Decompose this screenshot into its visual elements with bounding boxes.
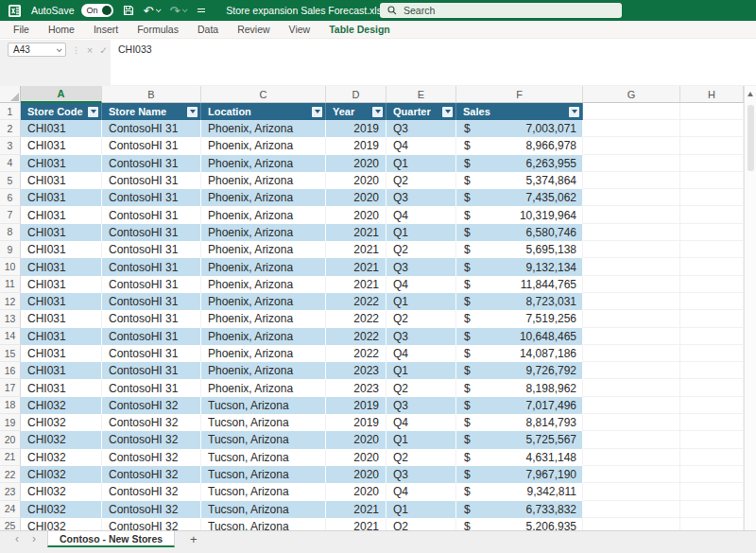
row-number[interactable]: 7 (0, 206, 21, 223)
cell-store-name[interactable]: ContosoHI 32 (102, 483, 201, 500)
row-number[interactable]: 16 (0, 362, 21, 379)
cell-sales[interactable]: $9,132,134 (456, 258, 583, 275)
cell-location[interactable]: Tucson, Arizona (201, 483, 326, 500)
row-number[interactable]: 18 (0, 397, 21, 414)
cell-store-name[interactable]: ContosoHI 31 (102, 224, 201, 241)
row-number[interactable]: 5 (0, 172, 21, 189)
empty-cell[interactable] (680, 310, 744, 327)
cell-store-code[interactable]: CHI031 (21, 224, 102, 241)
cell-quarter[interactable]: Q4 (387, 483, 456, 500)
cell-quarter[interactable]: Q1 (387, 293, 456, 310)
cell-year[interactable]: 2020 (326, 189, 387, 206)
empty-cell[interactable] (680, 172, 744, 189)
cell-quarter[interactable]: Q2 (387, 310, 456, 327)
vertical-scrollbar[interactable] (744, 86, 756, 530)
cell-year[interactable]: 2022 (326, 345, 387, 362)
autosave-toggle[interactable]: On (81, 4, 113, 17)
cell-store-code[interactable]: CHI031 (21, 345, 102, 362)
table-header-quarter[interactable]: Quarter (387, 103, 456, 120)
empty-cell[interactable] (583, 206, 680, 223)
sheet-tab-active[interactable]: Contoso - New Stores (47, 531, 175, 547)
cell-year[interactable]: 2021 (326, 258, 387, 275)
cell-store-code[interactable]: CHI031 (21, 241, 102, 258)
cell-store-name[interactable]: ContosoHI 31 (102, 137, 201, 154)
cell-location[interactable]: Phoenix, Arizona (201, 328, 326, 345)
empty-cell[interactable] (583, 466, 680, 483)
empty-cell[interactable] (583, 293, 680, 310)
empty-cell[interactable] (583, 431, 680, 448)
cell-location[interactable]: Phoenix, Arizona (201, 206, 326, 223)
save-button[interactable] (123, 5, 134, 16)
row-number[interactable]: 6 (0, 189, 21, 206)
cell-quarter[interactable]: Q4 (387, 345, 456, 362)
empty-cell[interactable] (583, 224, 680, 241)
cell-sales[interactable]: $7,435,062 (456, 189, 583, 206)
cell-store-name[interactable]: ContosoHI 31 (102, 172, 201, 189)
cell-store-name[interactable]: ContosoHI 32 (102, 449, 201, 466)
row-number[interactable]: 11 (0, 276, 21, 293)
cell-sales[interactable]: $10,319,964 (456, 206, 583, 223)
cell-store-name[interactable]: ContosoHI 31 (102, 258, 201, 275)
empty-cell[interactable] (583, 276, 680, 293)
cell-year[interactable]: 2019 (326, 397, 387, 414)
cell-store-name[interactable]: ContosoHI 32 (102, 518, 201, 530)
cell-store-name[interactable]: ContosoHI 31 (102, 276, 201, 293)
row-number[interactable]: 23 (0, 483, 21, 500)
cell-location[interactable]: Phoenix, Arizona (201, 379, 326, 396)
ribbon-tab-table-design[interactable]: Table Design (319, 21, 400, 38)
cell-year[interactable]: 2021 (326, 501, 387, 518)
cell-quarter[interactable]: Q3 (387, 258, 456, 275)
cell-location[interactable]: Tucson, Arizona (201, 431, 326, 448)
search-input[interactable]: Search (380, 3, 622, 18)
cell-store-code[interactable]: CHI031 (21, 362, 102, 379)
cell-location[interactable]: Phoenix, Arizona (201, 137, 326, 154)
cell-sales[interactable]: $9,342,811 (456, 483, 583, 500)
cell-location[interactable]: Tucson, Arizona (201, 449, 326, 466)
cell-quarter[interactable]: Q3 (387, 466, 456, 483)
cell-quarter[interactable]: Q1 (387, 431, 456, 448)
empty-cell[interactable] (680, 276, 744, 293)
cell-year[interactable]: 2020 (326, 483, 387, 500)
cell-location[interactable]: Tucson, Arizona (201, 397, 326, 414)
cell-store-name[interactable]: ContosoHI 31 (102, 310, 201, 327)
cell-year[interactable]: 2021 (326, 224, 387, 241)
empty-cell[interactable] (583, 189, 680, 206)
filter-dropdown-button[interactable] (569, 107, 579, 117)
cell-year[interactable]: 2020 (326, 206, 387, 223)
column-header-F[interactable]: F (456, 86, 583, 103)
cell-quarter[interactable]: Q2 (387, 449, 456, 466)
cell-store-code[interactable]: CHI032 (21, 397, 102, 414)
row-number[interactable]: 20 (0, 431, 21, 448)
row-number[interactable]: 22 (0, 466, 21, 483)
cell-location[interactable]: Phoenix, Arizona (201, 189, 326, 206)
empty-cell[interactable] (680, 241, 744, 258)
cell-year[interactable]: 2020 (326, 449, 387, 466)
cell-location[interactable]: Phoenix, Arizona (201, 345, 326, 362)
scrollbar-thumb[interactable] (747, 105, 754, 171)
cell-sales[interactable]: $6,580,746 (456, 224, 583, 241)
row-number[interactable]: 19 (0, 414, 21, 431)
cell-sales[interactable]: $8,723,031 (456, 293, 583, 310)
empty-cell[interactable] (583, 120, 680, 137)
empty-cell[interactable] (680, 362, 744, 379)
cell-year[interactable]: 2020 (326, 466, 387, 483)
cell-sales[interactable]: $7,519,256 (456, 310, 583, 327)
cell-store-name[interactable]: ContosoHI 31 (102, 328, 201, 345)
ribbon-tab-file[interactable]: File (0, 21, 39, 38)
cell-sales[interactable]: $6,733,832 (456, 501, 583, 518)
row-number[interactable]: 15 (0, 345, 21, 362)
select-all-button[interactable] (0, 86, 21, 103)
empty-cell[interactable] (583, 379, 680, 396)
cell-store-code[interactable]: CHI031 (21, 155, 102, 172)
cell-quarter[interactable]: Q2 (387, 241, 456, 258)
cell-store-code[interactable]: CHI031 (21, 379, 102, 396)
cell-location[interactable]: Phoenix, Arizona (201, 241, 326, 258)
cell-store-code[interactable]: CHI031 (21, 206, 102, 223)
cell-year[interactable]: 2021 (326, 276, 387, 293)
cell-location[interactable]: Phoenix, Arizona (201, 172, 326, 189)
row-number[interactable]: 17 (0, 379, 21, 396)
empty-cell[interactable] (680, 328, 744, 345)
empty-cell[interactable] (680, 155, 744, 172)
cell-store-name[interactable]: ContosoHI 32 (102, 397, 201, 414)
cell-store-code[interactable]: CHI032 (21, 483, 102, 500)
